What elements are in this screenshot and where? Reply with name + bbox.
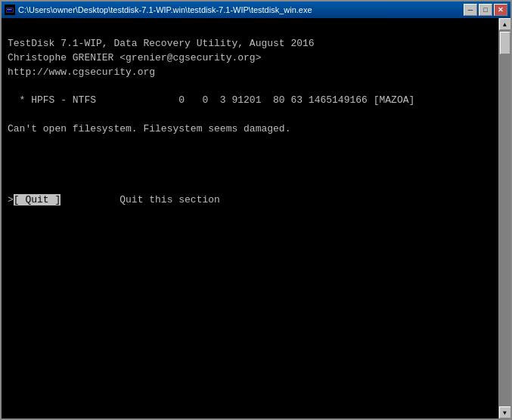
terminal-line-1: TestDisk 7.1-WIP, Data Recovery Utility,… [8, 38, 315, 49]
application-window: C:\Users\owner\Desktop\testdisk-7.1-WIP.… [0, 0, 512, 420]
terminal-line-3: http://www.cgsecurity.org [8, 66, 155, 78]
terminal-line-7: Can't open filesystem. Filesystem seems … [8, 123, 290, 134]
svg-rect-2 [7, 8, 13, 12]
maximize-button[interactable]: □ [479, 4, 492, 16]
scroll-track[interactable] [499, 30, 510, 406]
minimize-button[interactable]: ─ [464, 4, 477, 16]
terminal-prompt: > [8, 194, 14, 205]
title-bar-buttons: ─ □ ✕ [464, 4, 507, 16]
svg-rect-5 [11, 9, 11, 10]
terminal-output[interactable]: TestDisk 7.1-WIP, Data Recovery Utility,… [2, 18, 498, 418]
quit-description: Quit this section [119, 194, 220, 205]
svg-rect-4 [9, 9, 10, 10]
terminal-line-2: Christophe GRENIER <grenier@cgsecurity.o… [8, 52, 261, 63]
scroll-thumb[interactable] [500, 32, 510, 54]
scroll-up-button[interactable]: ▲ [499, 18, 511, 30]
app-icon [5, 5, 15, 15]
title-bar: C:\Users\owner\Desktop\testdisk-7.1-WIP.… [2, 2, 510, 18]
close-button[interactable]: ✕ [494, 4, 507, 16]
svg-rect-3 [8, 9, 8, 10]
scroll-down-button[interactable]: ▼ [499, 406, 511, 418]
window-title: C:\Users\owner\Desktop\testdisk-7.1-WIP.… [18, 5, 312, 14]
terminal-wrapper: TestDisk 7.1-WIP, Data Recovery Utility,… [2, 18, 510, 418]
quit-button[interactable]: [ Quit ] [14, 194, 61, 205]
title-bar-left: C:\Users\owner\Desktop\testdisk-7.1-WIP.… [5, 5, 312, 15]
terminal-line-5: * HPFS - NTFS 0 0 3 91201 80 63 14651491… [8, 94, 414, 106]
scrollbar: ▲ ▼ [498, 18, 510, 418]
